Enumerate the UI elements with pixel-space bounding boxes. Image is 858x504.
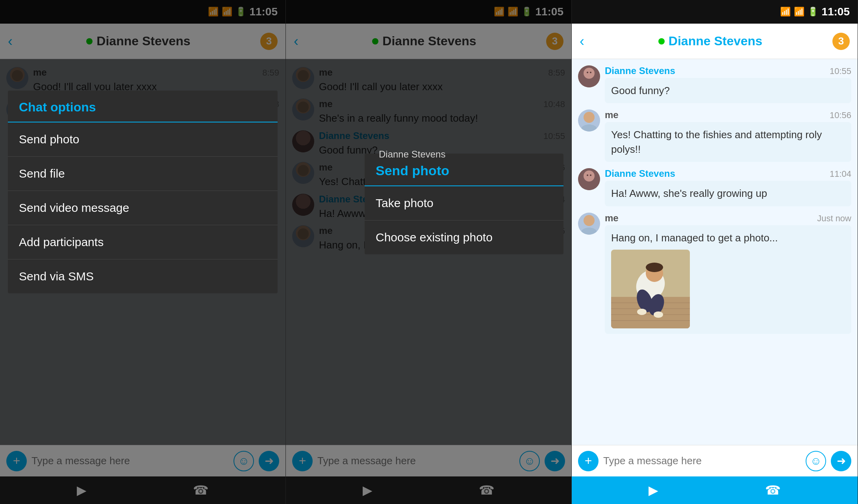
menu-item-send-sms[interactable]: Send via SMS	[8, 259, 278, 293]
msg-content: me 10:56 Yes! Chatting to the fishies an…	[605, 109, 851, 162]
msg-text: Hang on, I managed to get a photo...	[611, 231, 845, 245]
submenu-item-take-photo[interactable]: Take photo	[365, 186, 563, 220]
menu-item-send-video[interactable]: Send video message	[8, 191, 278, 225]
svg-point-27	[581, 228, 597, 235]
video-icon-3[interactable]: ▶	[649, 483, 658, 498]
msg-header: Dianne Stevens 11:04	[605, 168, 851, 179]
send-photo-submenu: Send photo Take photo Choose existing ph…	[365, 154, 563, 254]
add-button-3[interactable]: +	[578, 451, 599, 471]
svg-point-25	[590, 174, 591, 176]
chat-body-3: Dianne Stevens 10:55 Good funny? me 10:5…	[572, 59, 858, 445]
signal-icon-3: 📶	[794, 7, 804, 17]
message-row: me 10:56 Yes! Chatting to the fishies an…	[578, 109, 851, 162]
msg-sender: Dianne Stevens	[605, 65, 675, 76]
time-display-3: 11:05	[821, 6, 850, 18]
svg-point-19	[590, 72, 591, 73]
menu-item-send-photo[interactable]: Send photo	[8, 122, 278, 157]
send-button-3[interactable]: ➜	[831, 451, 851, 471]
menu-item-send-file[interactable]: Send file	[8, 157, 278, 191]
message-input-3[interactable]	[603, 451, 801, 471]
status-bar-3: 📶 📶 🔋 11:05	[572, 0, 858, 24]
svg-point-40	[646, 263, 663, 272]
message-row: Dianne Stevens 10:55 Good funny?	[578, 65, 851, 103]
msg-content: Dianne Stevens 11:04 Ha! Awww, she's rea…	[605, 168, 851, 206]
emoji-button-3[interactable]: ☺	[806, 451, 826, 471]
header-title-3: Dianne Stevens	[588, 34, 832, 48]
wifi-icon-3: 📶	[780, 7, 791, 17]
bottom-bar-3: ▶ ☎	[572, 476, 858, 504]
avatar-dianne-3b	[578, 168, 600, 190]
chat-options-menu: Chat options Send photo Send file Send v…	[8, 91, 278, 293]
chat-header-3: ‹ Dianne Stevens 3	[572, 24, 858, 59]
message-row: Dianne Stevens 11:04 Ha! Awww, she's rea…	[578, 168, 851, 206]
msg-text: Good funny?	[611, 83, 845, 98]
battery-icon-3: 🔋	[808, 7, 818, 17]
msg-time: 11:04	[830, 169, 851, 179]
photo-attachment	[611, 250, 690, 328]
msg-bubble: Hang on, I managed to get a photo...	[605, 225, 851, 334]
phone-icon-3[interactable]: ☎	[765, 483, 781, 498]
svg-point-16	[584, 68, 595, 79]
svg-point-26	[584, 215, 595, 226]
svg-point-17	[581, 80, 597, 87]
msg-text: Yes! Chatting to the fishies and attempt…	[611, 128, 845, 156]
status-icons-3: 📶 📶 🔋 11:05	[780, 6, 850, 18]
submenu-context: Dianne Stevens	[372, 146, 563, 163]
msg-bubble: Yes! Chatting to the fishies and attempt…	[605, 122, 851, 162]
msg-sender: Dianne Stevens	[605, 168, 675, 179]
chat-options-overlay: Chat options Send photo Send file Send v…	[0, 0, 285, 504]
contact-name-3: Dianne Stevens	[669, 34, 762, 48]
avatar-dianne-3	[578, 65, 600, 87]
msg-time: Just now	[817, 213, 851, 224]
online-indicator-3	[658, 38, 665, 44]
avatar-me-3	[578, 109, 600, 132]
svg-point-24	[587, 174, 588, 176]
msg-bubble: Good funny?	[605, 78, 851, 103]
svg-point-38	[654, 311, 663, 318]
avatar-me-3b	[578, 213, 600, 235]
msg-header: Dianne Stevens 10:55	[605, 65, 851, 76]
msg-content: Dianne Stevens 10:55 Good funny?	[605, 65, 851, 103]
msg-header: me 10:56	[605, 109, 851, 120]
svg-point-37	[637, 309, 647, 315]
back-button-3[interactable]: ‹	[580, 33, 584, 50]
panel-2: 📶 📶 🔋 11:05 ‹ Dianne Stevens 3 me 8:59	[286, 0, 572, 504]
notification-badge-3[interactable]: 3	[832, 33, 850, 50]
msg-time: 10:55	[830, 66, 851, 76]
msg-sender: me	[605, 109, 619, 120]
send-photo-overlay: Dianne Stevens Send photo Take photo Cho…	[286, 0, 571, 504]
svg-point-22	[584, 170, 595, 182]
msg-sender: me	[605, 213, 619, 224]
input-bar-3: + ☺ ➜	[572, 445, 858, 476]
msg-time: 10:56	[830, 110, 851, 120]
msg-text: Ha! Awww, she's really growing up	[611, 186, 845, 200]
panel-3: 📶 📶 🔋 11:05 ‹ Dianne Stevens 3 Dianne St…	[572, 0, 858, 504]
menu-item-add-participants[interactable]: Add participants	[8, 225, 278, 259]
svg-point-21	[581, 124, 597, 132]
svg-point-18	[587, 72, 588, 73]
msg-bubble: Ha! Awww, she's really growing up	[605, 181, 851, 206]
msg-content: me Just now Hang on, I managed to get a …	[605, 213, 851, 334]
message-row: me Just now Hang on, I managed to get a …	[578, 213, 851, 334]
submenu-item-choose-photo[interactable]: Choose existing photo	[365, 220, 563, 254]
msg-header: me Just now	[605, 213, 851, 224]
panel-1: 📶 📶 🔋 11:05 ‹ Dianne Stevens 3 me 8:59	[0, 0, 286, 504]
menu-title: Chat options	[8, 91, 278, 122]
svg-point-23	[581, 183, 597, 190]
svg-point-20	[584, 112, 595, 123]
